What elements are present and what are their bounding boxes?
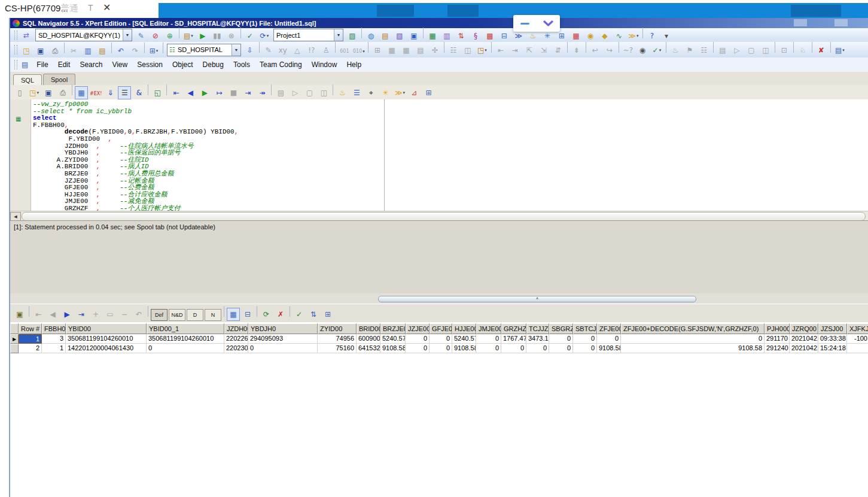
menu-item-debug[interactable]: Debug <box>198 59 229 71</box>
menu-item-window[interactable]: Window <box>307 59 342 71</box>
notes-icon[interactable]: ▤▾ <box>833 44 846 57</box>
grid-cell[interactable]: 20210421 <box>790 344 818 353</box>
sql-analyzer-icon[interactable]: § <box>469 29 482 43</box>
column-header[interactable]: BRID00 <box>357 323 380 334</box>
column-header[interactable]: SBTCJJ <box>573 323 597 334</box>
fetch-default-button[interactable]: Def <box>151 309 167 321</box>
taskbar-item[interactable] <box>377 5 414 17</box>
taskbar-item[interactable] <box>791 5 841 17</box>
menu-item-edit[interactable]: Edit <box>53 59 75 71</box>
menu-item-tools[interactable]: Tools <box>229 59 255 71</box>
grid-cell[interactable]: 0 <box>573 344 597 353</box>
close-query-icon[interactable]: ✗ <box>274 308 287 321</box>
grid-cell[interactable]: 291240 <box>765 344 790 353</box>
toolbar-overflow-icon[interactable]: ▾ <box>660 29 673 43</box>
grid-cell[interactable]: 641532 <box>357 344 380 353</box>
column-header[interactable]: TCJJZF <box>526 323 549 334</box>
grid-cell[interactable]: 220226 <box>224 334 248 344</box>
grid-cell[interactable]: 0 <box>248 344 318 353</box>
menu-item-object[interactable]: Object <box>167 59 198 71</box>
column-header[interactable]: FBBH00 <box>42 323 66 334</box>
open-sql-icon[interactable]: ◳▾ <box>28 86 41 99</box>
menu-item-help[interactable]: Help <box>342 59 366 71</box>
grid-cell[interactable]: -100 <box>847 334 868 344</box>
hint-icon[interactable]: ☀ <box>379 86 392 99</box>
new-session-icon[interactable]: ⇄ <box>20 29 33 42</box>
window-list-icon[interactable]: ⊞▾ <box>147 44 160 57</box>
last-statement-icon[interactable]: ↠ <box>255 86 269 99</box>
grid-cell[interactable]: 5240.57 <box>380 334 406 344</box>
open-file-icon[interactable]: ◳ <box>20 44 33 57</box>
chevron-down-icon[interactable]: ▼ <box>123 29 132 41</box>
grid-cell[interactable]: 350681199104260010 <box>147 334 224 344</box>
next-statement-icon[interactable]: ⇥ <box>241 86 254 99</box>
grid-cell[interactable]: 74956 <box>318 334 357 344</box>
fetch-d-button[interactable]: D <box>187 309 203 321</box>
table-row[interactable]: ▶133506811991042600103506811991042600102… <box>10 334 868 344</box>
print-icon[interactable]: ⎙ <box>48 44 62 57</box>
grid-cell[interactable]: 3 <box>42 334 66 344</box>
run-icon[interactable]: ▶ <box>198 86 211 99</box>
sort-data-icon[interactable]: ⇅ <box>455 29 468 43</box>
close-icon[interactable]: ✕ <box>103 2 111 13</box>
export-folder-icon[interactable]: ◳▾ <box>476 44 489 57</box>
recycle-icon[interactable]: ∿ <box>613 29 626 43</box>
analyze-icon[interactable]: ◉ <box>584 29 597 43</box>
grid-cell[interactable]: 294095093 <box>248 334 318 344</box>
kill-session-icon[interactable]: ⊘ <box>149 29 162 43</box>
grid-cell[interactable]: 0 <box>501 344 526 353</box>
tab-spool[interactable]: Spool <box>43 74 75 85</box>
web-publish-icon[interactable]: ◍ <box>364 29 377 43</box>
grid-cell[interactable] <box>847 344 868 353</box>
project-image-icon[interactable]: ▨ <box>346 29 359 43</box>
syntax-check-icon[interactable]: ✓ <box>243 29 257 43</box>
scrollbar-thumb[interactable] <box>22 212 866 221</box>
quick-browse-icon[interactable]: ▥ <box>440 29 453 43</box>
sql-editor[interactable]: ▦ --vw_zy_fp0000--select * from ic_ybbrl… <box>10 99 868 211</box>
project-combobox[interactable]: Project1 ▼ <box>273 29 343 41</box>
fetch-n-button[interactable]: N <box>205 309 221 321</box>
remote-tab-title[interactable]: CS-HP(67709... <box>5 3 68 13</box>
grid-cell[interactable]: 0 <box>147 344 224 353</box>
record-view-icon[interactable]: ⊟ <box>241 308 254 321</box>
chevron-down-icon[interactable]: ▼ <box>232 44 240 56</box>
grid-cell[interactable]: 0 <box>406 344 430 353</box>
column-header[interactable]: YBID00_1 <box>147 323 224 334</box>
grid-cell[interactable]: 3473.1 <box>526 334 549 344</box>
menu-item-session[interactable]: Session <box>132 59 167 71</box>
db-explorer-icon[interactable]: ⊟ <box>498 29 511 43</box>
grid-cell[interactable]: 350681199104260010 <box>66 334 147 344</box>
format-code-icon[interactable]: ☰ <box>350 86 363 99</box>
grid-cell[interactable]: 0 <box>430 334 452 344</box>
output-window-icon[interactable]: ▤▾ <box>182 29 195 43</box>
column-header[interactable]: ZYID00 <box>318 323 357 334</box>
no-exec-icon[interactable]: #EX! <box>89 87 102 101</box>
grid-next-icon[interactable]: ▶ <box>60 308 74 321</box>
commit-icon[interactable]: ✓ <box>293 308 306 321</box>
column-header[interactable]: XJFKJ <box>847 323 868 334</box>
editor-hscrollbar[interactable]: ◀ <box>10 211 868 221</box>
grid-cell[interactable]: 09:33:38 <box>818 334 847 344</box>
first-statement-icon[interactable]: ⇤ <box>169 86 182 99</box>
grid-cell[interactable]: 9108.58 <box>597 344 621 353</box>
column-header[interactable]: JZDH00 <box>224 323 248 334</box>
grid-cell[interactable]: 5240.57 <box>452 334 476 344</box>
grid-cell[interactable]: 9108.58 <box>452 344 476 353</box>
save-sql-icon[interactable]: ▣ <box>42 86 55 99</box>
copy-icon[interactable]: ▥ <box>81 44 95 57</box>
schema-combobox[interactable]: ☷ SD_HOSPITAL ▼ <box>167 44 241 56</box>
menu-item-file[interactable]: File <box>32 59 53 71</box>
toolbar-grip[interactable] <box>14 45 17 54</box>
grid-cell[interactable]: 9108.58 <box>621 344 765 353</box>
er-diagram-icon[interactable]: ▦ <box>569 29 583 43</box>
export-result-icon[interactable]: ◱ <box>151 86 164 99</box>
code-blocks-icon[interactable]: ▩ <box>483 29 497 43</box>
splitter-handle[interactable]: ˄ <box>378 296 696 302</box>
paste-icon[interactable]: ▤ <box>96 44 109 57</box>
substitution-icon[interactable]: & <box>132 86 145 99</box>
columns-layout-icon[interactable]: ⊞ <box>422 86 435 99</box>
doc-edit-icon[interactable]: ▤ <box>379 29 392 43</box>
previous-statement-icon[interactable]: ◀ <box>184 86 197 99</box>
column-header[interactable]: YBID00 <box>66 323 147 334</box>
chevron-down-icon[interactable] <box>543 20 553 27</box>
